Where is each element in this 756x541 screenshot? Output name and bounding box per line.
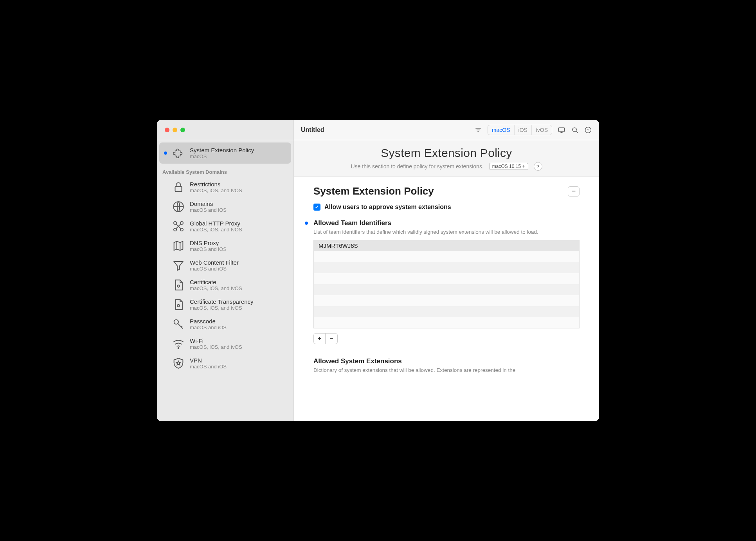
sidebar-item-label: DNS Proxy [190,240,227,246]
sidebar-item-dns-proxy[interactable]: DNS ProxymacOS and iOS [157,236,293,256]
section-help-button[interactable]: ? [534,162,542,171]
close-window[interactable] [165,128,169,132]
sidebar-item-label: System Extension Policy [190,147,254,153]
sidebar-item-system-extension-policy[interactable]: System Extension Policy macOS [159,142,291,164]
remove-payload-button[interactable]: − [568,186,580,197]
checkbox-checked-icon: ✓ [313,204,320,211]
sidebar-item-label: VPN [190,357,227,364]
add-row-button[interactable]: + [314,334,326,344]
wifi-icon [172,337,185,350]
sidebar-item-sub: macOS and iOS [190,207,227,213]
content-subtitle: Use this section to define policy for sy… [351,163,484,170]
zoom-window[interactable] [180,128,185,132]
sidebar-item-passcode[interactable]: PasscodemacOS and iOS [157,314,293,334]
content-title: System Extension Policy [302,146,591,160]
document-title: Untitled [301,126,324,133]
table-row[interactable] [314,284,579,295]
sidebar-item-sub: macOS and iOS [190,325,227,330]
configured-dot-icon [164,151,167,155]
svg-point-12 [180,222,183,224]
allowed-team-identifiers: Allowed Team Identifiers List of team id… [313,219,580,344]
remove-row-button[interactable]: − [326,334,337,344]
allowed-system-extensions: Allowed System Extensions Dictionary of … [313,357,580,374]
lock-icon [172,180,185,194]
minimize-window[interactable] [173,128,177,132]
configured-dot-icon [305,222,308,225]
platform-macos[interactable]: macOS [488,125,515,135]
sidebar-item-label: Wi-Fi [190,337,242,344]
app-window: Untitled macOS iOS tvOS ? [157,120,599,421]
platform-segmented[interactable]: macOS iOS tvOS [488,125,552,135]
field-title: Allowed Team Identifiers [313,219,580,227]
sidebar-section-header: Available System Domains [157,164,293,177]
svg-point-17 [174,320,178,324]
sidebar-item-web-content-filter[interactable]: Web Content FiltermacOS and iOS [157,256,293,275]
platform-tvos[interactable]: tvOS [532,125,552,135]
svg-point-16 [177,305,180,307]
sidebar-item-wi-fi[interactable]: Wi-FimacOS, iOS, and tvOS [157,334,293,353]
help-icon[interactable]: ? [584,126,592,134]
sidebar-item-sub: macOS, iOS, and tvOS [190,305,254,311]
content-header: System Extension Policy Use this section… [294,140,599,177]
sidebar-item-sub: macOS and iOS [190,246,227,252]
table-row[interactable] [314,295,579,306]
sidebar-item-sub: macOS and iOS [190,364,227,370]
svg-rect-3 [559,128,565,132]
sidebar-item-label: Passcode [190,318,227,325]
table-row[interactable] [314,262,579,273]
svg-point-11 [174,222,176,224]
add-remove-controls: + − [313,333,338,344]
sidebar-item-label: Domains [190,200,227,207]
sidebar-item-sub: macOS, iOS, and tvOS [190,344,242,350]
field-desc: Dictionary of system extensions that wil… [313,367,580,374]
svg-rect-9 [175,187,182,192]
sidebar-item-global-http-proxy[interactable]: Global HTTP ProxymacOS, iOS, and tvOS [157,216,293,236]
sidebar: System Extension Policy macOS Available … [157,140,294,421]
map-icon [172,239,185,252]
key-icon [172,317,185,331]
sidebar-item-vpn[interactable]: VPNmacOS and iOS [157,353,293,373]
traffic-lights [157,120,294,140]
cert-icon [172,278,185,292]
pane-title: System Extension Policy [313,185,434,197]
sidebar-item-label: Global HTTP Proxy [190,220,242,227]
checkbox-label: Allow users to approve system extensions [324,204,451,211]
sidebar-item-label: Restrictions [190,181,242,188]
sidebar-item-label: Web Content Filter [190,259,239,266]
table-row[interactable] [314,251,579,262]
sidebar-item-certificate-transparency[interactable]: Certificate TransparencymacOS, iOS, and … [157,295,293,314]
content-area: System Extension Policy Use this section… [294,140,599,421]
table-row[interactable]: MJMRT6WJ8S [314,240,579,251]
table-row[interactable] [314,306,579,317]
sidebar-item-sub: macOS, iOS, and tvOS [190,227,242,233]
funnel-icon [172,259,185,272]
filter-icon[interactable] [474,126,482,134]
device-icon[interactable] [558,126,565,134]
field-desc: List of team identifiers that define whi… [313,229,580,236]
field-title: Allowed System Extensions [313,357,580,365]
team-id-table[interactable]: MJMRT6WJ8S [313,240,580,328]
cert-icon [172,298,185,311]
sidebar-item-sub: macOS [190,153,254,159]
sidebar-item-restrictions[interactable]: RestrictionsmacOS, iOS, and tvOS [157,177,293,197]
svg-point-13 [174,228,176,231]
proxy-icon [172,220,185,233]
sidebar-item-sub: macOS, iOS, and tvOS [190,188,242,193]
sidebar-item-label: Certificate Transparency [190,298,254,305]
shield-icon [172,357,185,370]
table-row[interactable] [314,317,579,328]
allow-approve-checkbox-row[interactable]: ✓ Allow users to approve system extensio… [313,204,580,211]
platform-ios[interactable]: iOS [515,125,532,135]
svg-line-6 [576,131,578,133]
search-icon[interactable] [571,126,579,134]
svg-point-18 [178,348,179,349]
min-os-badge: macOS 10.15 + [489,163,528,170]
sidebar-item-sub: macOS and iOS [190,266,239,272]
svg-point-15 [177,285,180,287]
sidebar-item-certificate[interactable]: CertificatemacOS, iOS, and tvOS [157,275,293,295]
sidebar-item-domains[interactable]: DomainsmacOS and iOS [157,197,293,216]
svg-point-5 [572,128,576,132]
sidebar-item-label: Certificate [190,279,242,285]
globe-icon [172,200,185,213]
table-row[interactable] [314,273,579,284]
